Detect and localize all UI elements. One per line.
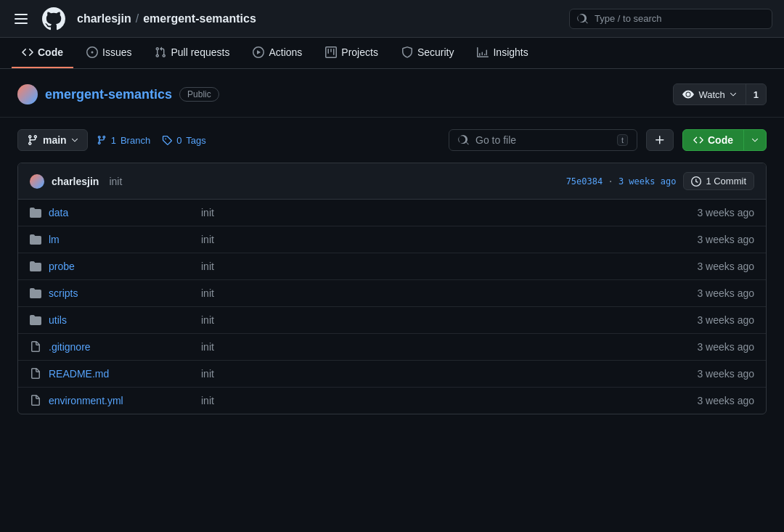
eye-icon	[682, 89, 694, 100]
commit-history-button[interactable]: 1 Commit	[683, 172, 754, 190]
file-name-link[interactable]: utils	[49, 314, 194, 326]
table-row: README.md init 3 weeks ago	[18, 361, 766, 388]
tab-security[interactable]: Security	[391, 38, 465, 68]
tab-issues[interactable]: Issues	[76, 38, 142, 68]
actions-tab-icon	[253, 46, 264, 58]
file-time: 3 weeks ago	[682, 314, 754, 326]
commit-author-avatar	[30, 174, 44, 189]
commit-sha[interactable]: 75e0384 · 3 weeks ago	[566, 176, 677, 187]
code-dropdown-icon	[751, 136, 759, 144]
tab-nav: Code Issues Pull requests Actions Projec…	[0, 38, 784, 69]
tab-code[interactable]: Code	[12, 38, 73, 68]
tab-pull-requests-label: Pull requests	[171, 46, 229, 58]
issues-tab-icon	[86, 46, 98, 58]
tab-actions[interactable]: Actions	[242, 38, 312, 68]
plus-icon	[654, 134, 666, 146]
commit-author-name[interactable]: charlesjin	[52, 176, 99, 187]
search-bar[interactable]: Type / to search	[569, 9, 772, 29]
breadcrumb-user[interactable]: charlesjin	[77, 12, 131, 25]
table-row: scripts init 3 weeks ago	[18, 280, 766, 307]
table-row: .gitignore init 3 weeks ago	[18, 334, 766, 361]
file-name-link[interactable]: environment.yml	[49, 395, 194, 406]
file-rows: data init 3 weeks ago lm init 3 weeks ag…	[18, 200, 766, 414]
file-name-link[interactable]: lm	[49, 234, 194, 245]
code-btn-dropdown[interactable]	[744, 132, 766, 148]
file-time: 3 weeks ago	[682, 368, 754, 380]
file-time: 3 weeks ago	[682, 287, 754, 299]
security-tab-icon	[401, 46, 413, 58]
commit-message: init	[109, 176, 122, 187]
file-name-link[interactable]: scripts	[49, 287, 194, 299]
search-icon	[577, 13, 589, 25]
go-to-file-label: Go to file	[475, 134, 516, 146]
folder-icon	[30, 287, 41, 299]
repo-name[interactable]: emergent-semantics	[45, 87, 172, 102]
file-name-link[interactable]: data	[49, 207, 194, 218]
table-row: data init 3 weeks ago	[18, 200, 766, 226]
code-tab-icon	[22, 46, 33, 58]
file-commit-message: init	[201, 261, 674, 272]
branch-count-link[interactable]: 1 Branch	[97, 135, 150, 146]
commit-count-label: 1 Commit	[706, 176, 746, 187]
table-row: probe init 3 weeks ago	[18, 253, 766, 280]
branch-selector[interactable]: main	[17, 129, 88, 151]
go-to-file-input[interactable]: Go to file t	[449, 129, 637, 151]
tab-security-label: Security	[417, 46, 454, 58]
code-btn-icon	[693, 135, 703, 145]
git-branch-icon	[27, 134, 38, 146]
tab-insights-label: Insights	[493, 46, 528, 58]
toolbar: main 1 Branch 0 Tags Go to file t	[0, 118, 784, 163]
file-time: 3 weeks ago	[682, 341, 754, 353]
file-time: 3 weeks ago	[682, 261, 754, 272]
breadcrumb-repo[interactable]: emergent-semantics	[143, 12, 256, 25]
file-name-link[interactable]: probe	[49, 261, 194, 272]
folder-icon	[30, 207, 41, 218]
folder-icon	[30, 261, 41, 272]
add-file-button[interactable]	[646, 129, 674, 151]
tag-count: 0	[176, 135, 181, 146]
chevron-down-icon	[730, 91, 737, 98]
watch-count: 1	[746, 85, 766, 105]
tag-icon	[162, 135, 172, 145]
file-time: 3 weeks ago	[682, 395, 754, 406]
breadcrumb-separator: /	[136, 12, 139, 25]
tag-label: Tags	[186, 135, 205, 146]
watch-button[interactable]: Watch 1	[673, 83, 767, 105]
file-time: 3 weeks ago	[682, 234, 754, 245]
table-row: environment.yml init 3 weeks ago	[18, 388, 766, 414]
file-commit-message: init	[201, 314, 674, 326]
file-name-link[interactable]: README.md	[49, 368, 194, 380]
watch-main[interactable]: Watch	[674, 84, 746, 105]
top-nav: charlesjin / emergent-semantics Type / t…	[0, 0, 784, 38]
search-placeholder: Type / to search	[595, 13, 662, 24]
branch-chevron-icon	[71, 136, 78, 144]
file-commit-message: init	[201, 287, 674, 299]
file-name-link[interactable]: .gitignore	[49, 341, 194, 353]
hamburger-button[interactable]	[12, 11, 30, 27]
tab-pull-requests[interactable]: Pull requests	[144, 38, 240, 68]
folder-icon	[30, 314, 41, 326]
tab-projects[interactable]: Projects	[315, 38, 388, 68]
file-icon	[30, 341, 41, 353]
code-btn-main[interactable]: Code	[683, 130, 744, 150]
latest-commit-row: charlesjin init 75e0384 · 3 weeks ago 1 …	[18, 163, 766, 200]
branch-meta: 1 Branch 0 Tags	[97, 135, 206, 146]
file-icon	[30, 395, 41, 406]
branch-label: Branch	[121, 135, 150, 146]
tag-count-link[interactable]: 0 Tags	[162, 135, 206, 146]
code-button[interactable]: Code	[682, 129, 767, 151]
repo-header: emergent-semantics Public Watch 1	[0, 69, 784, 118]
projects-tab-icon	[325, 46, 337, 58]
tab-actions-label: Actions	[269, 46, 302, 58]
file-commit-message: init	[201, 395, 674, 406]
current-branch: main	[43, 134, 67, 146]
file-table: charlesjin init 75e0384 · 3 weeks ago 1 …	[17, 163, 767, 414]
tab-projects-label: Projects	[341, 46, 378, 58]
repo-owner-avatar	[17, 84, 38, 105]
pull-requests-tab-icon	[155, 46, 166, 58]
folder-icon	[30, 234, 41, 245]
breadcrumb: charlesjin / emergent-semantics	[77, 12, 256, 25]
tab-insights[interactable]: Insights	[467, 38, 538, 68]
table-row: utils init 3 weeks ago	[18, 307, 766, 334]
code-btn-label: Code	[708, 134, 733, 146]
